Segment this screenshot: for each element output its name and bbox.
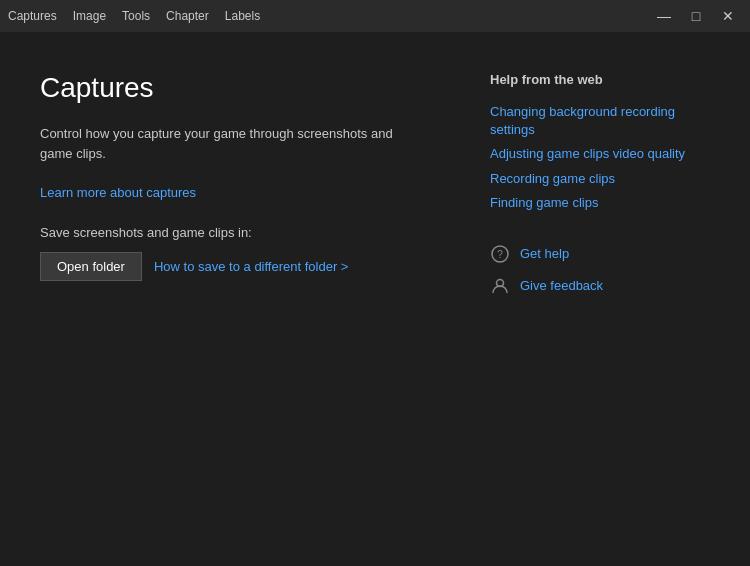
folder-row: Open folder How to save to a different f… bbox=[40, 252, 450, 281]
menu-labels[interactable]: Labels bbox=[225, 9, 260, 23]
help-link-3[interactable]: Finding game clips bbox=[490, 194, 710, 212]
svg-text:?: ? bbox=[497, 249, 503, 260]
help-link-2[interactable]: Recording game clips bbox=[490, 170, 710, 188]
open-folder-button[interactable]: Open folder bbox=[40, 252, 142, 281]
title-bar-menu: Captures Image Tools Chapter Labels bbox=[8, 9, 260, 23]
save-label: Save screenshots and game clips in: bbox=[40, 225, 450, 240]
menu-tools[interactable]: Tools bbox=[122, 9, 150, 23]
get-help-item[interactable]: ? Get help bbox=[490, 244, 710, 264]
sidebar: Help from the web Changing background re… bbox=[490, 72, 710, 526]
menu-captures[interactable]: Captures bbox=[8, 9, 57, 23]
minimize-button[interactable]: — bbox=[650, 2, 678, 30]
support-links: ? Get help Give feedback bbox=[490, 244, 710, 296]
description-text: Control how you capture your game throug… bbox=[40, 124, 420, 163]
title-bar: Captures Image Tools Chapter Labels — □ … bbox=[0, 0, 750, 32]
help-link-0[interactable]: Changing background recording settings bbox=[490, 103, 710, 139]
menu-image[interactable]: Image bbox=[73, 9, 106, 23]
give-feedback-item[interactable]: Give feedback bbox=[490, 276, 710, 296]
maximize-button[interactable]: □ bbox=[682, 2, 710, 30]
title-bar-controls: — □ ✕ bbox=[650, 2, 742, 30]
get-help-link[interactable]: Get help bbox=[520, 246, 569, 261]
give-feedback-link[interactable]: Give feedback bbox=[520, 278, 603, 293]
page-title: Captures bbox=[40, 72, 450, 104]
give-feedback-icon bbox=[490, 276, 510, 296]
help-from-web-title: Help from the web bbox=[490, 72, 710, 87]
menu-chapter[interactable]: Chapter bbox=[166, 9, 209, 23]
different-folder-link[interactable]: How to save to a different folder > bbox=[154, 259, 349, 274]
close-button[interactable]: ✕ bbox=[714, 2, 742, 30]
help-links: Changing background recording settings A… bbox=[490, 103, 710, 212]
main-content: Captures Control how you capture your ga… bbox=[40, 72, 490, 526]
help-link-1[interactable]: Adjusting game clips video quality bbox=[490, 145, 710, 163]
learn-more-link[interactable]: Learn more about captures bbox=[40, 185, 196, 200]
get-help-icon: ? bbox=[490, 244, 510, 264]
content-area: Captures Control how you capture your ga… bbox=[0, 32, 750, 566]
